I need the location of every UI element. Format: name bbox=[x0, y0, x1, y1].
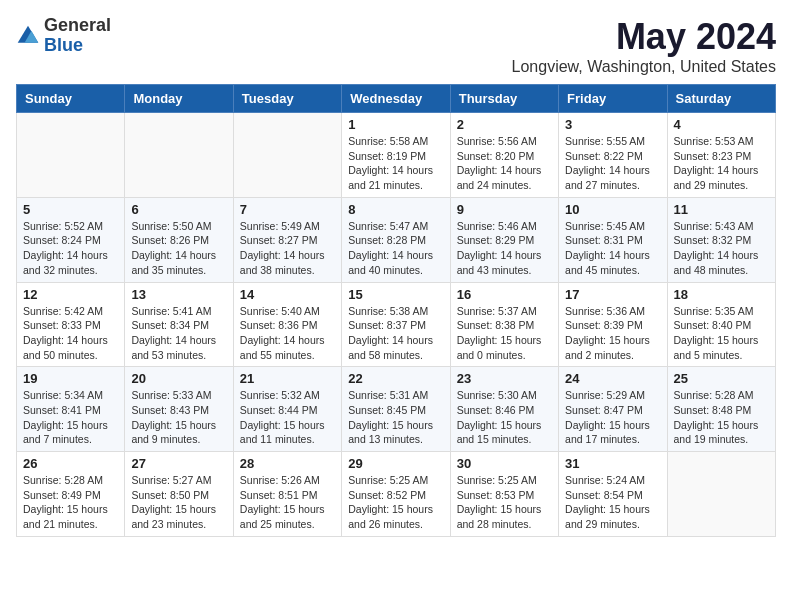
week-row-5: 26Sunrise: 5:28 AM Sunset: 8:49 PM Dayli… bbox=[17, 452, 776, 537]
day-cell-2: 2Sunrise: 5:56 AM Sunset: 8:20 PM Daylig… bbox=[450, 113, 558, 198]
day-cell-11: 11Sunrise: 5:43 AM Sunset: 8:32 PM Dayli… bbox=[667, 197, 775, 282]
day-info: Sunrise: 5:45 AM Sunset: 8:31 PM Dayligh… bbox=[565, 219, 660, 278]
day-number: 20 bbox=[131, 371, 226, 386]
day-cell-15: 15Sunrise: 5:38 AM Sunset: 8:37 PM Dayli… bbox=[342, 282, 450, 367]
calendar-header: SundayMondayTuesdayWednesdayThursdayFrid… bbox=[17, 85, 776, 113]
day-cell-17: 17Sunrise: 5:36 AM Sunset: 8:39 PM Dayli… bbox=[559, 282, 667, 367]
day-info: Sunrise: 5:38 AM Sunset: 8:37 PM Dayligh… bbox=[348, 304, 443, 363]
day-info: Sunrise: 5:40 AM Sunset: 8:36 PM Dayligh… bbox=[240, 304, 335, 363]
day-info: Sunrise: 5:24 AM Sunset: 8:54 PM Dayligh… bbox=[565, 473, 660, 532]
day-number: 25 bbox=[674, 371, 769, 386]
day-info: Sunrise: 5:35 AM Sunset: 8:40 PM Dayligh… bbox=[674, 304, 769, 363]
day-info: Sunrise: 5:30 AM Sunset: 8:46 PM Dayligh… bbox=[457, 388, 552, 447]
empty-cell bbox=[17, 113, 125, 198]
day-cell-8: 8Sunrise: 5:47 AM Sunset: 8:28 PM Daylig… bbox=[342, 197, 450, 282]
day-info: Sunrise: 5:25 AM Sunset: 8:53 PM Dayligh… bbox=[457, 473, 552, 532]
day-number: 4 bbox=[674, 117, 769, 132]
day-cell-12: 12Sunrise: 5:42 AM Sunset: 8:33 PM Dayli… bbox=[17, 282, 125, 367]
header-friday: Friday bbox=[559, 85, 667, 113]
day-cell-25: 25Sunrise: 5:28 AM Sunset: 8:48 PM Dayli… bbox=[667, 367, 775, 452]
header-sunday: Sunday bbox=[17, 85, 125, 113]
day-info: Sunrise: 5:43 AM Sunset: 8:32 PM Dayligh… bbox=[674, 219, 769, 278]
title-block: May 2024 Longview, Washington, United St… bbox=[512, 16, 776, 76]
day-number: 2 bbox=[457, 117, 552, 132]
day-number: 12 bbox=[23, 287, 118, 302]
day-number: 10 bbox=[565, 202, 660, 217]
header-tuesday: Tuesday bbox=[233, 85, 341, 113]
day-info: Sunrise: 5:28 AM Sunset: 8:49 PM Dayligh… bbox=[23, 473, 118, 532]
day-cell-22: 22Sunrise: 5:31 AM Sunset: 8:45 PM Dayli… bbox=[342, 367, 450, 452]
day-cell-30: 30Sunrise: 5:25 AM Sunset: 8:53 PM Dayli… bbox=[450, 452, 558, 537]
day-number: 6 bbox=[131, 202, 226, 217]
logo-text: General Blue bbox=[44, 16, 111, 56]
day-number: 1 bbox=[348, 117, 443, 132]
month-title: May 2024 bbox=[512, 16, 776, 58]
day-cell-10: 10Sunrise: 5:45 AM Sunset: 8:31 PM Dayli… bbox=[559, 197, 667, 282]
day-number: 16 bbox=[457, 287, 552, 302]
day-info: Sunrise: 5:41 AM Sunset: 8:34 PM Dayligh… bbox=[131, 304, 226, 363]
day-info: Sunrise: 5:58 AM Sunset: 8:19 PM Dayligh… bbox=[348, 134, 443, 193]
day-number: 26 bbox=[23, 456, 118, 471]
day-info: Sunrise: 5:26 AM Sunset: 8:51 PM Dayligh… bbox=[240, 473, 335, 532]
header-wednesday: Wednesday bbox=[342, 85, 450, 113]
header-thursday: Thursday bbox=[450, 85, 558, 113]
day-info: Sunrise: 5:37 AM Sunset: 8:38 PM Dayligh… bbox=[457, 304, 552, 363]
header-saturday: Saturday bbox=[667, 85, 775, 113]
day-info: Sunrise: 5:29 AM Sunset: 8:47 PM Dayligh… bbox=[565, 388, 660, 447]
day-cell-4: 4Sunrise: 5:53 AM Sunset: 8:23 PM Daylig… bbox=[667, 113, 775, 198]
week-row-3: 12Sunrise: 5:42 AM Sunset: 8:33 PM Dayli… bbox=[17, 282, 776, 367]
day-number: 21 bbox=[240, 371, 335, 386]
day-info: Sunrise: 5:49 AM Sunset: 8:27 PM Dayligh… bbox=[240, 219, 335, 278]
day-info: Sunrise: 5:27 AM Sunset: 8:50 PM Dayligh… bbox=[131, 473, 226, 532]
day-number: 8 bbox=[348, 202, 443, 217]
day-cell-23: 23Sunrise: 5:30 AM Sunset: 8:46 PM Dayli… bbox=[450, 367, 558, 452]
day-number: 30 bbox=[457, 456, 552, 471]
header-monday: Monday bbox=[125, 85, 233, 113]
page-header: General Blue May 2024 Longview, Washingt… bbox=[16, 16, 776, 76]
day-number: 29 bbox=[348, 456, 443, 471]
day-cell-21: 21Sunrise: 5:32 AM Sunset: 8:44 PM Dayli… bbox=[233, 367, 341, 452]
logo: General Blue bbox=[16, 16, 111, 56]
day-number: 15 bbox=[348, 287, 443, 302]
day-cell-9: 9Sunrise: 5:46 AM Sunset: 8:29 PM Daylig… bbox=[450, 197, 558, 282]
day-cell-7: 7Sunrise: 5:49 AM Sunset: 8:27 PM Daylig… bbox=[233, 197, 341, 282]
day-number: 17 bbox=[565, 287, 660, 302]
day-number: 18 bbox=[674, 287, 769, 302]
calendar-body: 1Sunrise: 5:58 AM Sunset: 8:19 PM Daylig… bbox=[17, 113, 776, 537]
day-info: Sunrise: 5:47 AM Sunset: 8:28 PM Dayligh… bbox=[348, 219, 443, 278]
day-cell-31: 31Sunrise: 5:24 AM Sunset: 8:54 PM Dayli… bbox=[559, 452, 667, 537]
logo-general: General bbox=[44, 16, 111, 36]
day-number: 9 bbox=[457, 202, 552, 217]
day-cell-19: 19Sunrise: 5:34 AM Sunset: 8:41 PM Dayli… bbox=[17, 367, 125, 452]
day-cell-28: 28Sunrise: 5:26 AM Sunset: 8:51 PM Dayli… bbox=[233, 452, 341, 537]
day-number: 28 bbox=[240, 456, 335, 471]
day-info: Sunrise: 5:33 AM Sunset: 8:43 PM Dayligh… bbox=[131, 388, 226, 447]
day-number: 27 bbox=[131, 456, 226, 471]
day-number: 23 bbox=[457, 371, 552, 386]
day-cell-18: 18Sunrise: 5:35 AM Sunset: 8:40 PM Dayli… bbox=[667, 282, 775, 367]
day-info: Sunrise: 5:28 AM Sunset: 8:48 PM Dayligh… bbox=[674, 388, 769, 447]
day-cell-27: 27Sunrise: 5:27 AM Sunset: 8:50 PM Dayli… bbox=[125, 452, 233, 537]
day-number: 19 bbox=[23, 371, 118, 386]
day-cell-1: 1Sunrise: 5:58 AM Sunset: 8:19 PM Daylig… bbox=[342, 113, 450, 198]
empty-cell bbox=[125, 113, 233, 198]
day-info: Sunrise: 5:56 AM Sunset: 8:20 PM Dayligh… bbox=[457, 134, 552, 193]
day-number: 24 bbox=[565, 371, 660, 386]
day-cell-14: 14Sunrise: 5:40 AM Sunset: 8:36 PM Dayli… bbox=[233, 282, 341, 367]
day-info: Sunrise: 5:34 AM Sunset: 8:41 PM Dayligh… bbox=[23, 388, 118, 447]
day-info: Sunrise: 5:53 AM Sunset: 8:23 PM Dayligh… bbox=[674, 134, 769, 193]
day-info: Sunrise: 5:55 AM Sunset: 8:22 PM Dayligh… bbox=[565, 134, 660, 193]
day-cell-29: 29Sunrise: 5:25 AM Sunset: 8:52 PM Dayli… bbox=[342, 452, 450, 537]
day-number: 7 bbox=[240, 202, 335, 217]
day-cell-13: 13Sunrise: 5:41 AM Sunset: 8:34 PM Dayli… bbox=[125, 282, 233, 367]
day-number: 14 bbox=[240, 287, 335, 302]
day-number: 31 bbox=[565, 456, 660, 471]
day-cell-20: 20Sunrise: 5:33 AM Sunset: 8:43 PM Dayli… bbox=[125, 367, 233, 452]
day-number: 11 bbox=[674, 202, 769, 217]
day-cell-24: 24Sunrise: 5:29 AM Sunset: 8:47 PM Dayli… bbox=[559, 367, 667, 452]
day-info: Sunrise: 5:52 AM Sunset: 8:24 PM Dayligh… bbox=[23, 219, 118, 278]
day-cell-26: 26Sunrise: 5:28 AM Sunset: 8:49 PM Dayli… bbox=[17, 452, 125, 537]
day-info: Sunrise: 5:32 AM Sunset: 8:44 PM Dayligh… bbox=[240, 388, 335, 447]
day-info: Sunrise: 5:36 AM Sunset: 8:39 PM Dayligh… bbox=[565, 304, 660, 363]
day-number: 13 bbox=[131, 287, 226, 302]
